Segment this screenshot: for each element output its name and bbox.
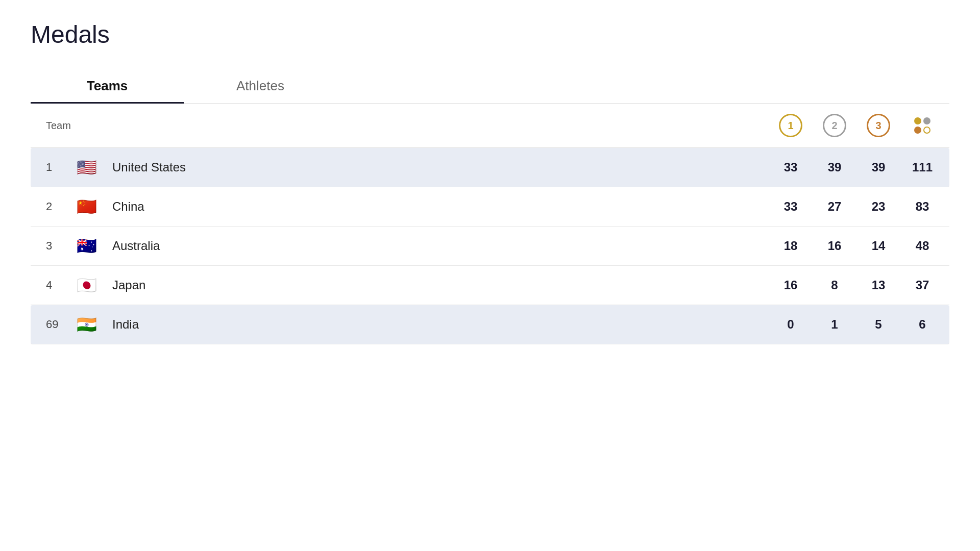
bronze-count: 14 xyxy=(867,239,890,253)
medal-values: 16 8 13 37 xyxy=(771,278,934,292)
tabs-container: Teams Athletes xyxy=(31,69,949,104)
table-row[interactable]: 69 🇮🇳 India 0 1 5 6 xyxy=(31,305,949,344)
rank-value: 4 xyxy=(46,279,77,292)
rank-value: 69 xyxy=(46,318,77,331)
table-row[interactable]: 2 🇨🇳 China 33 27 23 83 xyxy=(31,187,949,227)
gold-medal-header: 1 xyxy=(779,114,802,137)
gold-count: 16 xyxy=(779,278,802,292)
team-column-header: Team xyxy=(46,120,771,132)
total-count: 37 xyxy=(911,278,934,292)
bronze-count: 23 xyxy=(867,199,890,214)
rank-value: 2 xyxy=(46,200,77,213)
medal-values: 33 39 39 111 xyxy=(771,160,934,174)
total-count: 83 xyxy=(911,199,934,214)
gold-count: 33 xyxy=(779,199,802,214)
table-header: Team 1 2 3 xyxy=(31,104,949,148)
bronze-count: 39 xyxy=(867,160,890,174)
country-name: Japan xyxy=(107,278,771,292)
gold-count: 18 xyxy=(779,239,802,253)
flag-in: 🇮🇳 xyxy=(77,316,107,333)
tab-teams[interactable]: Teams xyxy=(31,69,184,103)
total-count: 111 xyxy=(911,160,934,174)
total-count: 6 xyxy=(911,317,934,332)
medal-values: 18 16 14 48 xyxy=(771,239,934,253)
bronze-count: 5 xyxy=(867,317,890,332)
dot-gold xyxy=(914,117,921,124)
silver-count: 27 xyxy=(823,199,846,214)
dot-bronze xyxy=(914,127,921,134)
rank-value: 3 xyxy=(46,239,77,253)
silver-medal-header: 2 xyxy=(823,114,846,137)
country-name: India xyxy=(107,317,771,332)
country-name: United States xyxy=(107,160,771,174)
table-row[interactable]: 1 🇺🇸 United States 33 39 39 111 xyxy=(31,148,949,187)
medal-values: 0 1 5 6 xyxy=(771,317,934,332)
silver-count: 16 xyxy=(823,239,846,253)
flag-cn: 🇨🇳 xyxy=(77,198,107,215)
country-name: China xyxy=(107,199,771,214)
table-row[interactable]: 4 🇯🇵 Japan 16 8 13 37 xyxy=(31,266,949,305)
silver-count: 39 xyxy=(823,160,846,174)
dot-silver xyxy=(923,117,930,124)
dot-outline xyxy=(923,127,930,134)
total-medal-header xyxy=(911,117,934,134)
silver-count: 8 xyxy=(823,278,846,292)
table-row[interactable]: 3 🇦🇺 Australia 18 16 14 48 xyxy=(31,227,949,266)
medals-table: Team 1 2 3 1 xyxy=(31,104,949,344)
gold-count: 0 xyxy=(779,317,802,332)
medal-values: 33 27 23 83 xyxy=(771,199,934,214)
flag-jp: 🇯🇵 xyxy=(77,277,107,293)
flag-au: 🇦🇺 xyxy=(77,238,107,254)
bronze-medal-header: 3 xyxy=(867,114,890,137)
page-title: Medals xyxy=(31,20,949,48)
gold-count: 33 xyxy=(779,160,802,174)
flag-us: 🇺🇸 xyxy=(77,159,107,176)
rank-value: 1 xyxy=(46,161,77,174)
medal-column-headers: 1 2 3 xyxy=(771,114,934,137)
total-count: 48 xyxy=(911,239,934,253)
country-name: Australia xyxy=(107,239,771,253)
silver-count: 1 xyxy=(823,317,846,332)
tab-athletes[interactable]: Athletes xyxy=(184,69,337,103)
bronze-count: 13 xyxy=(867,278,890,292)
